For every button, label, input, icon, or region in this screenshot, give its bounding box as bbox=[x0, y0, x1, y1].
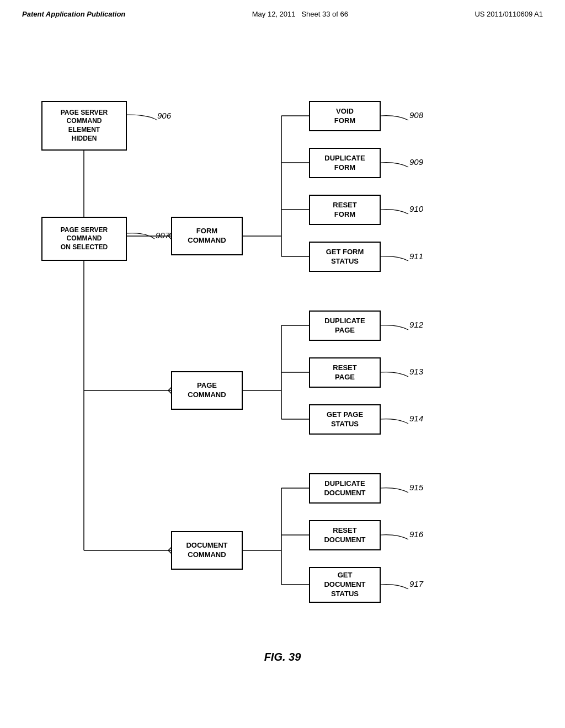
ref-911: 911 bbox=[409, 251, 423, 261]
node-form-command: FORMCOMMAND bbox=[171, 217, 243, 255]
ref-914: 914 bbox=[409, 414, 423, 423]
header-publication-label: Patent Application Publication bbox=[22, 10, 125, 18]
node-916: RESETDOCUMENT bbox=[309, 520, 381, 550]
node-915: DUPLICATEDOCUMENT bbox=[309, 473, 381, 504]
ref-912: 912 bbox=[409, 320, 423, 329]
node-912-label: DUPLICATEPAGE bbox=[324, 317, 365, 335]
node-910: RESETFORM bbox=[309, 195, 381, 225]
ref-909: 909 bbox=[409, 157, 423, 167]
node-909: DUPLICATEFORM bbox=[309, 148, 381, 178]
node-document-label: DOCUMENTCOMMAND bbox=[186, 541, 227, 560]
ref-907: 907 bbox=[156, 231, 169, 240]
node-document-command: DOCUMENTCOMMAND bbox=[171, 531, 243, 570]
node-911: GET FORMSTATUS bbox=[309, 242, 381, 272]
node-form-label: FORMCOMMAND bbox=[188, 227, 226, 245]
fig-caption: FIG. 39 bbox=[264, 651, 301, 663]
node-916-label: RESETDOCUMENT bbox=[324, 526, 365, 545]
node-908: VOIDFORM bbox=[309, 101, 381, 131]
node-907: PAGE SERVERCOMMANDON SELECTED bbox=[41, 217, 127, 261]
node-906: PAGE SERVERCOMMANDELEMENTHIDDEN bbox=[41, 101, 127, 151]
node-913-label: RESETPAGE bbox=[333, 363, 356, 382]
node-907-label: PAGE SERVERCOMMANDON SELECTED bbox=[61, 226, 108, 252]
ref-908: 908 bbox=[409, 110, 423, 120]
diagram-area: PAGE SERVERCOMMANDELEMENTHIDDEN 906 PAGE… bbox=[0, 29, 565, 691]
node-914-label: GET PAGESTATUS bbox=[327, 410, 363, 429]
ref-915: 915 bbox=[409, 483, 423, 492]
ref-910: 910 bbox=[409, 204, 423, 213]
header-patent-number: US 2011/0110609 A1 bbox=[475, 10, 543, 18]
ref-913: 913 bbox=[409, 367, 423, 376]
node-914: GET PAGESTATUS bbox=[309, 404, 381, 435]
node-page-label: PAGECOMMAND bbox=[188, 381, 226, 400]
ref-906: 906 bbox=[157, 111, 171, 120]
node-917-label: GETDOCUMENTSTATUS bbox=[324, 571, 365, 599]
node-915-label: DUPLICATEDOCUMENT bbox=[324, 479, 365, 498]
node-913: RESETPAGE bbox=[309, 357, 381, 388]
node-911-label: GET FORMSTATUS bbox=[326, 248, 364, 266]
node-908-label: VOIDFORM bbox=[334, 107, 355, 126]
node-909-label: DUPLICATEFORM bbox=[324, 154, 365, 173]
ref-916: 916 bbox=[409, 529, 423, 539]
node-917: GETDOCUMENTSTATUS bbox=[309, 567, 381, 603]
node-906-label: PAGE SERVERCOMMANDELEMENTHIDDEN bbox=[61, 109, 108, 143]
header-date-sheet: May 12, 2011 Sheet 33 of 66 bbox=[252, 10, 348, 18]
page-header: Patent Application Publication May 12, 2… bbox=[0, 0, 565, 18]
ref-917: 917 bbox=[409, 579, 423, 588]
node-page-command: PAGECOMMAND bbox=[171, 371, 243, 410]
node-910-label: RESETFORM bbox=[333, 201, 356, 220]
node-912: DUPLICATEPAGE bbox=[309, 311, 381, 341]
